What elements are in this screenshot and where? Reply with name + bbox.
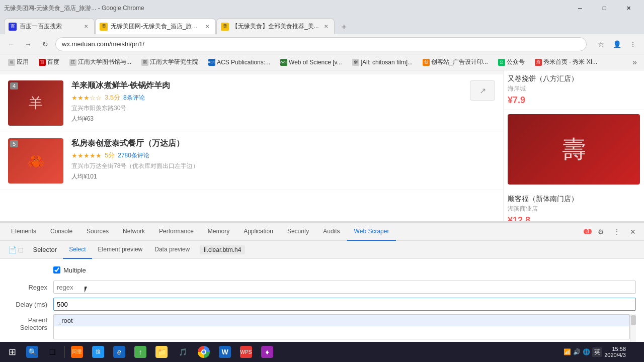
form-row-delay: Delay (ms) [8,297,636,311]
forward-button[interactable]: → [21,37,35,51]
back-button[interactable]: ← [4,37,18,51]
taskbar-right: 📶 🔊 🌐 英 15:58 2020/4/3 [564,344,642,360]
devtools-more-icon[interactable]: ⋮ [610,225,624,239]
selector-breadcrumb[interactable]: li.clear.btm.h4 [200,245,245,254]
tab-close-meituan[interactable]: ✕ [203,23,211,31]
gzh-favicon: 公 [498,59,505,66]
taskbar-app-diamond[interactable]: ♦ [257,342,277,362]
taskbar-app-ie[interactable]: e [109,342,129,362]
title-bar-text: 无缘美团网-无缘美食_酒店_旅游... - Google Chrome [4,4,144,13]
network-icon[interactable]: 📶 [564,348,571,355]
tab-baidu[interactable]: 百 百度一百度搜索 ✕ [4,18,95,34]
devtools-tab-memory[interactable]: Memory [201,223,236,241]
ps-scrollbar-thumb [631,315,636,325]
devtools-tab-application[interactable]: Application [236,223,280,241]
parent-selectors-list[interactable]: _root [53,314,630,339]
panel-icon-left[interactable]: 📄 [8,246,17,254]
profile-icon[interactable]: 👤 [610,37,624,51]
apps-favicon: ⊞ [8,59,15,66]
selector-section-label: Selector [27,246,63,253]
taskbar-app-app3[interactable]: ↑ [130,342,150,362]
bookmark-icon[interactable]: ☆ [594,37,608,51]
selector-tab-select[interactable]: Select [63,241,92,259]
bookmark-chuangke[interactable]: 创 创客站_广告设计印... [419,57,492,67]
form-row-parent-selectors: Parent Selectors _root [8,314,636,342]
devtools-tab-network[interactable]: Network [116,223,152,241]
taskbar-app-wps[interactable]: WPS [236,342,256,362]
devtools: Elements Console Sources Network Perform… [0,221,644,362]
tab-title-baidu: 百度一百度搜索 [20,22,79,31]
url-bar[interactable]: wx.meituan.com/meishi/pn1/ [55,37,587,51]
bookmark-apps[interactable]: ⊞ 应用 [4,57,33,67]
menu-icon[interactable]: ⋮ [626,37,640,51]
selector-tab-data-preview[interactable]: Data preview [148,241,196,259]
panel-icon-right[interactable]: □ [19,246,23,254]
taskbar-app-explorer[interactable]: 📁 [151,342,172,362]
taskbar-ime: 🌐 英 [583,347,602,357]
multiple-checkbox-label[interactable]: Multiple [53,266,86,274]
devtools-tab-audits[interactable]: Audits [316,223,347,241]
bookmarks-more[interactable]: » [629,57,640,68]
devtools-settings-icon[interactable]: ⚙ [594,225,608,239]
bookmark-gzh[interactable]: 公 公众号 [494,57,529,67]
form-label-delay: Delay (ms) [8,301,53,308]
tab-close-baidu[interactable]: ✕ [82,23,90,31]
bookmark-acs[interactable]: ACS ACS Publications:... [204,58,274,67]
devtools-tab-webscraper[interactable]: Web Scraper [347,223,396,241]
ime-icon[interactable]: 🌐 [583,348,590,355]
taskbar-app-word[interactable]: W [215,342,235,362]
form-label-regex: Regex [8,284,53,291]
tab-meituan2[interactable]: 美 【无缘美食】全部美食推荐_美... ✕ [216,18,335,34]
multiple-checkbox[interactable] [53,266,60,274]
minimize-button[interactable]: ─ [569,0,592,16]
taskbar-search[interactable]: 🔍 [22,342,42,362]
selector-tab-element-preview[interactable]: Element preview [92,241,149,259]
refresh-button[interactable]: ↻ [38,37,52,51]
parent-selector-item-root[interactable]: _root [54,315,629,326]
delay-input[interactable] [53,298,636,311]
taskbar-app-alibaba[interactable]: 阿里 [67,342,87,362]
close-button[interactable]: ✕ [617,0,640,16]
bookmark-xiumi[interactable]: 秀 秀米首页 - 秀米 XI... [531,57,601,67]
restaurant-num-5: 5 [10,140,18,147]
ps-scrollbar[interactable] [630,314,636,342]
bookmark-baidu[interactable]: 百 百度 [35,57,63,67]
devtools-tab-elements[interactable]: Elements [4,223,43,241]
restaurant-num-4: 4 [10,82,18,89]
share-btn-4[interactable]: ↗ [470,80,495,101]
restaurant-item-4: 羊 4 羊来顺冰煮鲜羊·铁锅炸羊肉 ★★★☆☆ 3.5分 8条评论 宜兴市阳羡东… [0,74,503,132]
volume-icon[interactable]: 🔊 [573,348,581,355]
new-tab-button[interactable]: + [337,20,351,34]
tab-close-meituan2[interactable]: ✕ [322,23,330,31]
bookmark-jiangnan-lib[interactable]: 江 江南大学图书馆与... [65,57,135,67]
maximize-button[interactable]: □ [593,0,616,16]
devtools-tabs: Elements Console Sources Network Perform… [4,223,584,241]
bookmark-jiangnan-grad[interactable]: 南 江南大学研究生院 [137,57,202,67]
devtools-tab-sources[interactable]: Sources [79,223,116,241]
rating-score-4: 3.5分 [105,93,120,102]
restaurant-info-5: 私房泰创意泰式餐厅（万达店） ★★★★★ 5分 2780条评论 宜兴市万达全街7… [71,138,495,181]
taskbar-app-music[interactable]: 🎵 [173,342,193,362]
bookmark-wos[interactable]: WoS Web of Science [v... [276,58,346,67]
bookmark-chitosan[interactable]: 创 [All: chitosan film]... [348,58,417,67]
taskbar-apps: 阿里 搜 e ↑ 📁 🎵 W WPS ♦ [67,342,564,362]
devtools-tab-performance[interactable]: Performance [152,223,201,241]
taskbar-taskview[interactable]: ❑ [42,342,62,362]
tab-meituan[interactable]: 美 无缘美团网-无缘美食_酒店_旅游... ✕ [95,18,216,34]
sidebar-item-sub-2: 湖滨商业店 [508,205,640,213]
devtools-header: Elements Console Sources Network Perform… [0,223,644,241]
show-desktop-button[interactable] [628,344,638,360]
taskbar-app-search2[interactable]: 搜 [88,342,108,362]
regex-input[interactable] [53,281,636,294]
rating-score-5: 5分 [105,151,115,160]
taskbar-lang[interactable]: 英 [592,347,602,357]
taskbar-app-chrome[interactable] [194,342,214,362]
tab-favicon-baidu: 百 [9,23,17,31]
devtools-tab-console[interactable]: Console [43,223,79,241]
start-button[interactable]: ⊞ [2,342,22,362]
devtools-tab-security[interactable]: Security [280,223,316,241]
devtools-close-icon[interactable]: ✕ [626,225,640,239]
chuangke-favicon: 创 [423,59,430,66]
bookmarks-bar: ⊞ 应用 百 百度 江 江南大学图书馆与... 南 江南大学研究生院 ACS A… [0,54,644,70]
panel-toggle-icons: 📄 □ [4,246,27,254]
